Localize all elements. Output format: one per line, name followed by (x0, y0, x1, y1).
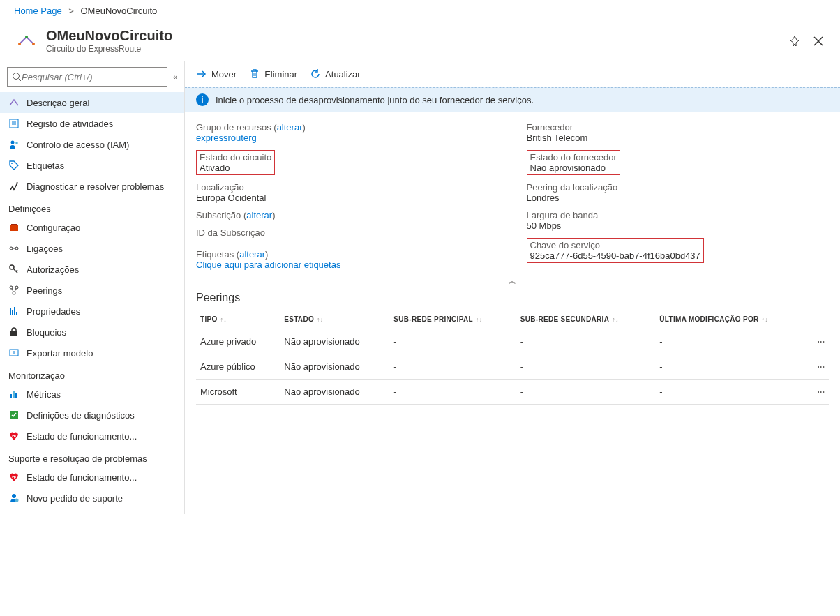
svg-rect-27 (13, 391, 15, 398)
peerings-table: TIPO↑↓ ESTADO↑↓ SUB-REDE PRINCIPAL↑↓ SUB… (196, 310, 829, 405)
move-button[interactable]: Mover (196, 68, 237, 80)
cell-type: Azure privado (196, 329, 280, 354)
peerings-section: Peerings TIPO↑↓ ESTADO↑↓ SUB-REDE PRINCI… (185, 280, 840, 416)
cell-type: Microsoft (196, 380, 280, 405)
svg-point-10 (11, 163, 13, 164)
sidebar-item-iam[interactable]: Controlo de acesso (IAM) (0, 134, 184, 155)
add-tags-link[interactable]: Clique aqui para adicionar etiquetas (196, 260, 340, 270)
col-state[interactable]: ESTADO↑↓ (280, 310, 389, 329)
circuit-icon (8, 97, 20, 108)
collapse-sidebar-button[interactable]: « (173, 73, 177, 81)
sidebar-item-export-template[interactable]: Exportar modelo (0, 343, 184, 363)
sidebar-item-resource-health[interactable]: Estado de funcionamento... (0, 426, 184, 446)
sidebar-item-health-support[interactable]: Estado de funcionamento... (0, 467, 184, 488)
sidebar-item-label: Controlo de acesso (IAM) (27, 140, 129, 150)
prop-label: Localização (196, 182, 499, 193)
search-input[interactable] (22, 72, 163, 82)
table-row[interactable]: Azure privadoNão aprovisionado---··· (196, 329, 829, 354)
prop-resource-group: Grupo de recursos (alterar) expressroute… (196, 122, 499, 143)
info-banner: i Inicie o processo de desaprovisionamen… (185, 87, 840, 112)
change-sub-link[interactable]: alterar (246, 210, 272, 220)
sidebar-item-metrics[interactable]: Métricas (0, 384, 184, 405)
col-type[interactable]: TIPO↑↓ (196, 310, 280, 329)
prop-subscription: Subscrição (alterar) (196, 210, 499, 220)
search-icon (12, 72, 22, 82)
svg-rect-28 (15, 393, 17, 398)
prop-label: Estado do fornecedor (530, 152, 617, 163)
refresh-icon (310, 68, 321, 80)
sidebar-item-label: Novo pedido de suporte (27, 493, 123, 504)
delete-button[interactable]: Eliminar (249, 68, 297, 80)
svg-point-30 (12, 494, 16, 498)
sidebar-item-label: Autorizações (27, 264, 79, 275)
svg-rect-24 (10, 331, 17, 336)
sidebar-item-properties[interactable]: Propriedades (0, 301, 184, 322)
cell-state: Não aprovisionado (280, 380, 389, 405)
svg-rect-26 (10, 394, 12, 398)
cell-type: Azure público (196, 354, 280, 380)
sidebar-item-locks[interactable]: Bloqueios (0, 322, 184, 343)
sidebar-item-overview[interactable]: Descrição geral (0, 92, 184, 113)
prop-value: Ativado (200, 163, 271, 173)
rg-link[interactable]: expressrouterg (196, 133, 257, 143)
sidebar-item-label: Registo de atividades (27, 119, 113, 129)
sidebar-item-label: Definições de diagnósticos (27, 410, 135, 421)
diagnostic-icon (8, 410, 20, 421)
sidebar-item-tags[interactable]: Etiquetas (0, 155, 184, 176)
prop-provider-state: Estado do fornecedor Não aprovisionado (527, 150, 830, 175)
cell-secondary: - (516, 329, 656, 354)
col-secondary-subnet[interactable]: SUB-REDE SECUNDÁRIA↑↓ (516, 310, 656, 329)
search-input-wrap[interactable] (7, 67, 167, 87)
tag-icon (8, 160, 20, 171)
svg-rect-12 (11, 224, 17, 225)
col-primary-subnet[interactable]: SUB-REDE PRINCIPAL↑↓ (389, 310, 516, 329)
pin-button[interactable] (787, 33, 802, 49)
cell-secondary: - (516, 354, 656, 380)
sidebar-item-label: Diagnosticar e resolver problemas (27, 181, 164, 192)
row-more-button[interactable]: ··· (808, 354, 829, 380)
svg-point-1 (32, 43, 35, 45)
table-row[interactable]: Azure públicoNão aprovisionado---··· (196, 354, 829, 380)
refresh-button[interactable]: Atualizar (310, 68, 361, 80)
svg-point-19 (13, 292, 15, 294)
sidebar-item-new-support-request[interactable]: Novo pedido de suporte (0, 488, 184, 509)
prop-label: Estado do circuito (200, 152, 271, 163)
sidebar-item-diagnostic-settings[interactable]: Definições de diagnósticos (0, 405, 184, 426)
sidebar-item-label: Configuração (27, 223, 80, 233)
iam-icon (8, 139, 20, 150)
collapse-essentials-button[interactable]: ︽ (504, 276, 520, 286)
row-more-button[interactable]: ··· (808, 329, 829, 354)
prop-value: Europa Ocidental (196, 193, 499, 203)
info-text: Inicie o processo de desaprovisionamento… (216, 95, 534, 105)
toolbar: Mover Eliminar Atualizar (185, 61, 840, 87)
sidebar-item-diagnose[interactable]: Diagnosticar e resolver problemas (0, 176, 184, 197)
sidebar-item-label: Descrição geral (27, 98, 89, 108)
sidebar-item-peerings[interactable]: Peerings (0, 280, 184, 301)
key-icon (8, 264, 20, 275)
sidebar-item-label: Propriedades (27, 306, 80, 317)
sidebar-item-activity-log[interactable]: Registo de atividades (0, 113, 184, 134)
prop-label: Peering da localização (527, 182, 830, 193)
sidebar-item-authorizations[interactable]: Autorizações (0, 259, 184, 280)
metrics-icon (8, 389, 20, 400)
prop-value: Londres (527, 193, 830, 203)
svg-point-18 (15, 286, 18, 289)
change-rg-link[interactable]: alterar (277, 122, 303, 133)
prop-label: Fornecedor (527, 122, 830, 133)
row-more-button[interactable]: ··· (808, 380, 829, 405)
svg-point-13 (10, 247, 13, 250)
configuration-icon (8, 222, 20, 233)
blade-header: OMeuNovoCircuito Circuito do ExpressRout… (0, 22, 840, 61)
change-tags-link[interactable]: alterar (239, 249, 265, 260)
sidebar-item-connections[interactable]: Ligações (0, 238, 184, 259)
col-last-modified[interactable]: ÚLTIMA MODIFICAÇÃO POR↑↓ (655, 310, 808, 329)
breadcrumb-home[interactable]: Home Page (14, 6, 62, 16)
diagnose-icon (8, 181, 20, 192)
prop-service-key: Chave do serviço 925ca777-6d55-4590-bab7… (527, 238, 830, 263)
close-button[interactable] (811, 33, 826, 49)
table-row[interactable]: MicrosoftNão aprovisionado---··· (196, 380, 829, 405)
svg-point-17 (10, 286, 13, 289)
sidebar-item-configuration[interactable]: Configuração (0, 217, 184, 238)
prop-bandwidth: Largura de banda 50 Mbps (527, 210, 830, 231)
health-icon (8, 472, 20, 483)
